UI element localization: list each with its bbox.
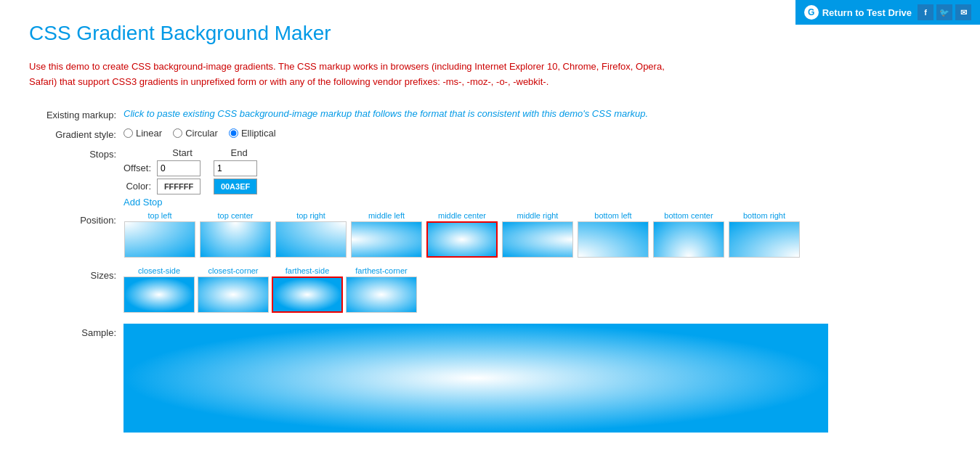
linear-radio-label[interactable]: Linear <box>123 128 162 139</box>
pos-thumb-top-right <box>275 221 347 258</box>
pos-label-bottom-center: bottom center <box>664 211 713 220</box>
elliptical-radio[interactable] <box>229 128 238 138</box>
pos-label-bottom-right: bottom right <box>743 211 785 220</box>
pos-thumb-bottom-left <box>578 221 649 258</box>
size-label-farthest-corner: farthest-corner <box>355 266 408 275</box>
size-thumb-farthest-corner <box>346 276 417 313</box>
offset-start-input[interactable] <box>157 160 201 176</box>
gradient-style-label: Gradient style: <box>29 128 123 140</box>
color-label: Color: <box>123 181 151 192</box>
topbar: G Return to Test Drive f 🐦 ✉ <box>795 0 980 25</box>
stops-content: Start End Offset: Color: FFFFFF 00A3EF A… <box>123 147 264 208</box>
size-label-closest-side: closest-side <box>138 266 180 275</box>
color-start-box[interactable]: FFFFFF <box>157 179 201 194</box>
size-label-farthest-side: farthest-side <box>286 266 330 275</box>
stops-row: Stops: Start End Offset: Color: FFFFFF 0… <box>29 147 951 208</box>
linear-radio[interactable] <box>123 128 133 138</box>
gradient-style-row: Gradient style: Linear Circular Elliptic… <box>29 128 951 140</box>
pos-thumb-top-left <box>124 221 195 258</box>
end-header: End <box>214 147 264 158</box>
position-top-left[interactable]: top left <box>123 211 196 258</box>
existing-markup-row: Existing markup: Click to paste existing… <box>29 108 951 120</box>
position-bottom-right[interactable]: bottom right <box>728 211 801 258</box>
size-thumb-closest-side <box>123 276 195 313</box>
size-farthest-side[interactable]: farthest-side <box>272 266 343 313</box>
return-label: Return to Test Drive <box>822 7 912 18</box>
position-top-right[interactable]: top right <box>275 211 347 258</box>
size-thumb-farthest-side <box>272 276 343 313</box>
sizes-label: Sizes: <box>29 266 123 281</box>
start-header: Start <box>157 147 208 158</box>
pos-label-top-right: top right <box>296 211 325 220</box>
circular-radio[interactable] <box>173 128 182 138</box>
return-to-test-drive-button[interactable]: G Return to Test Drive <box>804 5 912 20</box>
pos-label-middle-right: middle right <box>517 211 559 220</box>
pos-thumb-middle-center <box>426 221 498 258</box>
circular-radio-label[interactable]: Circular <box>173 128 218 139</box>
social-icons: f 🐦 ✉ <box>918 4 971 20</box>
position-bottom-left[interactable]: bottom left <box>577 211 649 258</box>
circular-label: Circular <box>185 128 218 139</box>
position-bottom-center[interactable]: bottom center <box>652 211 725 258</box>
elliptical-label: Elliptical <box>241 128 276 139</box>
existing-markup-label: Existing markup: <box>29 108 123 120</box>
position-middle-center[interactable]: middle center <box>426 211 498 258</box>
pos-thumb-middle-right <box>502 221 573 258</box>
g-icon: G <box>804 5 819 20</box>
offset-label: Offset: <box>123 163 151 173</box>
size-label-closest-corner: closest-corner <box>208 266 258 275</box>
pos-thumb-middle-left <box>351 221 422 258</box>
position-middle-right[interactable]: middle right <box>501 211 574 258</box>
existing-markup-content: Click to paste existing CSS background-i… <box>123 108 648 119</box>
size-farthest-corner[interactable]: farthest-corner <box>346 266 417 313</box>
pos-thumb-bottom-center <box>653 221 724 258</box>
sample-box <box>123 324 828 433</box>
position-label: Position: <box>29 211 123 226</box>
facebook-icon[interactable]: f <box>918 4 934 20</box>
existing-markup-link[interactable]: Click to paste existing CSS background-i… <box>123 108 648 119</box>
position-middle-left[interactable]: middle left <box>350 211 423 258</box>
pos-thumb-bottom-right <box>729 221 800 258</box>
pos-label-top-center: top center <box>218 211 254 220</box>
pos-label-middle-left: middle left <box>368 211 405 220</box>
main-content: CSS Gradient Background Maker Use this d… <box>0 0 980 454</box>
position-top-center[interactable]: top center <box>199 211 272 258</box>
sample-label: Sample: <box>29 324 123 338</box>
sizes-grid: closest-side closest-corner farthest-sid… <box>123 266 417 313</box>
pos-label-middle-center: middle center <box>438 211 486 220</box>
size-thumb-closest-corner <box>198 276 269 313</box>
twitter-icon[interactable]: 🐦 <box>936 4 952 20</box>
sample-row: Sample: <box>29 324 951 433</box>
page-title: CSS Gradient Background Maker <box>29 22 951 45</box>
position-grid: top left top center top right middle lef… <box>123 211 801 258</box>
gradient-style-options: Linear Circular Elliptical <box>123 128 276 139</box>
sizes-row: Sizes: closest-side closest-corner farth… <box>29 266 951 313</box>
elliptical-radio-label[interactable]: Elliptical <box>229 128 276 139</box>
size-closest-side[interactable]: closest-side <box>123 266 195 313</box>
page-description: Use this demo to create CSS background-i… <box>29 60 683 90</box>
stops-table: Start End Offset: Color: FFFFFF 00A3EF <box>123 147 264 194</box>
add-stop-link[interactable]: Add Stop <box>123 197 163 208</box>
position-row: Position: top left top center top right … <box>29 211 951 258</box>
stops-label: Stops: <box>29 147 123 160</box>
offset-end-input[interactable] <box>214 160 257 176</box>
pos-label-bottom-left: bottom left <box>594 211 631 220</box>
pos-thumb-top-center <box>200 221 271 258</box>
linear-label: Linear <box>136 128 162 139</box>
color-end-box[interactable]: 00A3EF <box>214 179 257 194</box>
email-icon[interactable]: ✉ <box>955 4 971 20</box>
pos-label-top-left: top left <box>147 211 171 220</box>
size-closest-corner[interactable]: closest-corner <box>198 266 269 313</box>
